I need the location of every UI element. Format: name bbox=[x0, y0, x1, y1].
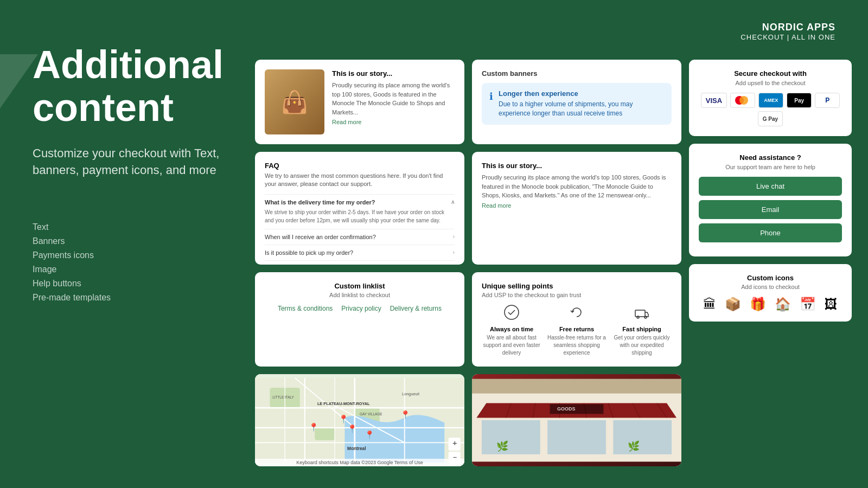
secure-subtitle: Add upsell to the checkout bbox=[699, 80, 842, 86]
linklist-card: Custom linklist Add linklist to checkout… bbox=[255, 272, 464, 367]
assist-title: Need assistance ? bbox=[699, 153, 842, 162]
faq-open-question: What is the delivery time for my order? bbox=[265, 199, 375, 206]
svg-text:🌿: 🌿 bbox=[496, 440, 509, 452]
content-area: 👜 This is our story... Proudly securing … bbox=[255, 60, 852, 466]
story-card: 👜 This is our story... Proudly securing … bbox=[255, 60, 464, 144]
banner-notice: ℹ Longer then experience Due to a higher… bbox=[482, 83, 672, 125]
left-panel: Additional content Customize your checko… bbox=[33, 43, 250, 307]
usp-title-2: Fast shipping bbox=[612, 326, 672, 332]
delivery-link[interactable]: Delivery & returns bbox=[390, 305, 442, 312]
faq-q2: Is it possible to pick up my order? bbox=[265, 249, 353, 256]
faq-item-open[interactable]: What is the delivery time for my order? … bbox=[265, 194, 455, 229]
usp-item-0: Always on time We are all about fast sup… bbox=[482, 305, 541, 357]
chevron-up-icon: ∧ bbox=[451, 199, 455, 206]
svg-text:📍: 📍 bbox=[365, 430, 375, 440]
notice-title: Longer then experience bbox=[499, 89, 664, 98]
story-content: This is our story... Proudly securing it… bbox=[332, 69, 455, 126]
privacy-link[interactable]: Privacy policy bbox=[341, 305, 381, 312]
story2-title: This is our story... bbox=[482, 162, 672, 170]
story2-card: This is our story... Proudly securing it… bbox=[472, 152, 681, 265]
svg-text:LE PLATEAU-MONT-ROYAL: LE PLATEAU-MONT-ROYAL bbox=[317, 401, 370, 406]
map-background: LITTLE ITALY GAY VILLAGE LE PLATEAU-MONT… bbox=[255, 374, 464, 466]
shipping-icon bbox=[612, 305, 672, 323]
svg-text:📍: 📍 bbox=[339, 414, 349, 424]
nav-item-help[interactable]: Help buttons bbox=[33, 279, 250, 288]
story-read-more[interactable]: Read more bbox=[332, 119, 361, 125]
main-title: Additional content bbox=[33, 43, 250, 129]
svg-rect-2 bbox=[635, 310, 645, 317]
linklist-subtitle: Add linklist to checkout bbox=[265, 292, 455, 298]
faq-card: FAQ We try to answer the most common que… bbox=[255, 152, 464, 265]
story2-text: Proudly securing its place among the wor… bbox=[482, 173, 672, 200]
visa-icon: VISA bbox=[701, 93, 727, 108]
icon-building: 🏛 bbox=[703, 297, 716, 312]
secure-checkout-card: Secure checkout with Add upsell to the c… bbox=[689, 60, 852, 136]
icon-home: 🏠 bbox=[775, 297, 791, 312]
usp-item-1: Free returns Hassle-free returns for a s… bbox=[547, 305, 607, 357]
faq-item-1[interactable]: When will I receive an order confirmatio… bbox=[265, 229, 455, 245]
svg-text:LITTLE ITALY: LITTLE ITALY bbox=[272, 395, 294, 399]
live-chat-button[interactable]: Live chat bbox=[699, 177, 842, 196]
faq-item-2[interactable]: Is it possible to pick up my order? › bbox=[265, 245, 455, 260]
nav-item-image[interactable]: Image bbox=[33, 265, 250, 274]
info-icon: ℹ bbox=[489, 91, 493, 118]
usp-item-2: Fast shipping Get your orders quickly wi… bbox=[612, 305, 672, 357]
svg-text:+: + bbox=[452, 439, 457, 447]
svg-text:📍: 📍 bbox=[309, 422, 319, 432]
svg-rect-45 bbox=[613, 420, 672, 454]
usp-title: Unique selling points bbox=[482, 282, 672, 290]
svg-rect-44 bbox=[547, 420, 606, 454]
svg-text:📍: 📍 bbox=[400, 410, 411, 420]
nav-list: Text Banners Payments icons Image Help b… bbox=[33, 222, 250, 303]
faq-title: FAQ bbox=[265, 162, 455, 170]
svg-text:Montreal: Montreal bbox=[347, 446, 366, 451]
faq-q1: When will I receive an order confirmatio… bbox=[265, 234, 376, 240]
usp-title-0: Always on time bbox=[482, 326, 541, 332]
custom-icons-card: Custom icons Add icons to checkout 🏛 📦 🎁… bbox=[689, 264, 852, 322]
branding: NORDIC APPS CHECKOUT | ALL IN ONE bbox=[741, 22, 835, 41]
banner-card: Custom banners ℹ Longer then experience … bbox=[472, 60, 681, 144]
assist-subtitle: Our support team are here to help bbox=[699, 164, 842, 170]
icon-image: 🖼 bbox=[825, 297, 838, 312]
chevron-right-icon: › bbox=[453, 234, 455, 240]
faq-subtitle: We try to answer the most common questio… bbox=[265, 172, 455, 189]
usp-subtitle: Add USP to the checkout to gain trust bbox=[482, 292, 672, 298]
applepay-icon: Pay bbox=[787, 93, 812, 108]
store-card: GOODS 🌿 🌿 bbox=[472, 374, 681, 466]
icons-row: 🏛 📦 🎁 🏠 📅 🖼 bbox=[699, 297, 842, 312]
faq-item-3[interactable]: Do you ship abroad? › bbox=[265, 260, 455, 265]
usp-grid: Always on time We are all about fast sup… bbox=[482, 305, 672, 357]
svg-point-1 bbox=[505, 305, 519, 319]
terms-link[interactable]: Terms & conditions bbox=[278, 305, 333, 312]
story2-read-more[interactable]: Read more bbox=[482, 202, 511, 209]
svg-text:🌿: 🌿 bbox=[628, 440, 640, 452]
usp-desc-0: We are all about fast support and even f… bbox=[482, 334, 541, 357]
nav-item-text[interactable]: Text bbox=[33, 222, 250, 232]
nav-item-banners[interactable]: Banners bbox=[33, 236, 250, 246]
usp-desc-2: Get your orders quickly with our expedit… bbox=[612, 334, 672, 357]
assistance-card: Need assistance ? Our support team are h… bbox=[689, 144, 852, 256]
svg-rect-43 bbox=[482, 420, 540, 454]
store-image: GOODS 🌿 🌿 bbox=[472, 374, 681, 466]
phone-button[interactable]: Phone bbox=[699, 223, 842, 242]
chevron-right-icon: › bbox=[453, 249, 455, 255]
svg-text:Longueuil: Longueuil bbox=[402, 391, 419, 396]
banner-title: Custom banners bbox=[482, 69, 672, 78]
map-footer: Keyboard shortcuts Map data ©2023 Google… bbox=[255, 459, 464, 466]
icon-calendar: 📅 bbox=[800, 297, 816, 312]
icon-box: 📦 bbox=[725, 297, 741, 312]
usp-card: Unique selling points Add USP to the che… bbox=[472, 272, 681, 367]
notice-text: Due to a higher volume of shipments, you… bbox=[499, 100, 664, 118]
svg-point-3 bbox=[637, 316, 639, 318]
nav-item-templates[interactable]: Pre-made templates bbox=[33, 293, 250, 303]
nav-item-payments[interactable]: Payments icons bbox=[33, 251, 250, 260]
email-button[interactable]: Email bbox=[699, 200, 842, 219]
story-text: Proudly securing its place among the wor… bbox=[332, 81, 455, 117]
paypal-icon: P bbox=[815, 93, 840, 108]
googlepay-icon: G Pay bbox=[758, 111, 783, 126]
usp-title-1: Free returns bbox=[547, 326, 607, 332]
subtitle: Customize your checkout with Text, banne… bbox=[33, 145, 250, 179]
story-title: This is our story... bbox=[332, 69, 455, 78]
amex-icon: AMEX bbox=[758, 93, 783, 108]
faq-open-answer: We strive to ship your order within 2-5 … bbox=[265, 208, 455, 224]
